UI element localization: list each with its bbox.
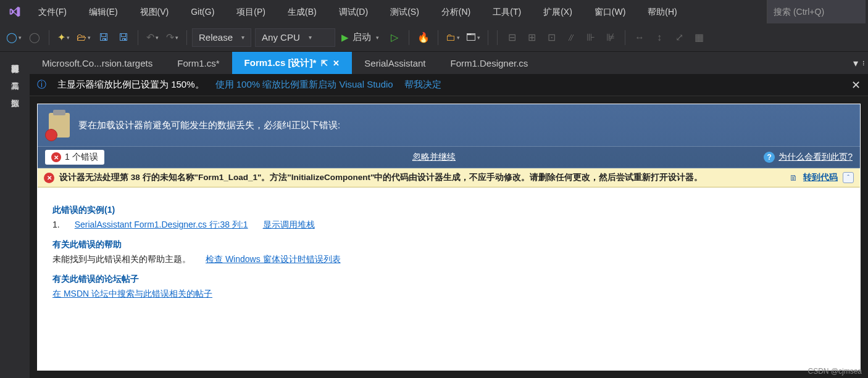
platform-select[interactable]: Any CPU▾ xyxy=(255,28,335,47)
git-publish-button[interactable]: 🗀▾ xyxy=(443,28,462,47)
tab-label: Form1.cs [设计]* xyxy=(244,57,317,69)
help-link[interactable]: 检查 Windows 窗体设计时错误列表 xyxy=(206,254,341,265)
menu-view[interactable]: 视图(V) xyxy=(129,0,180,23)
menubar: 文件(F) 编辑(E) 视图(V) Git(G) 项目(P) 生成(B) 调试(… xyxy=(0,0,868,23)
menu-extensions[interactable]: 扩展(X) xyxy=(532,0,583,23)
align-bot-button: ⊯ xyxy=(601,28,620,47)
menu-test[interactable]: 测试(S) xyxy=(379,0,430,23)
menu-help[interactable]: 帮助(H) xyxy=(636,0,688,23)
hot-reload-button[interactable]: 🔥 xyxy=(414,28,433,47)
toolbar: ◯▾ ◯ ✦▾ 🗁▾ 🖫 🖫 ↶▾ ↷▾ Release▾ Any CPU▾ ▶… xyxy=(0,23,868,52)
error-dot-icon: ✕ xyxy=(51,152,61,162)
pin-icon[interactable]: ⇱ xyxy=(321,59,328,68)
menu-tools[interactable]: 工具(T) xyxy=(482,0,532,23)
grid-icon: ▦ xyxy=(690,28,708,47)
open-button[interactable]: 🗁▾ xyxy=(74,28,93,47)
search-input[interactable]: 搜索 (Ctrl+Q) xyxy=(767,0,866,23)
dpi-infobar: ⓘ 主显示器缩放比例已设置为 150%。 使用 100% 缩放比例重新启动 Vi… xyxy=(30,74,868,96)
start-button[interactable]: ▶启动▾ xyxy=(336,31,384,43)
tabs-menu-icon[interactable]: ⫶ xyxy=(862,59,866,67)
tab-form1-designer-cs[interactable]: Form1.Designer.cs xyxy=(438,52,541,74)
goto-code-link[interactable]: 转到代码 xyxy=(803,172,838,183)
tabs-overflow-icon[interactable]: ▾ xyxy=(853,57,858,69)
error-summary-bar: ✕ 设计器无法处理第 38 行的未知名称"Form1_Load_1"。方法"In… xyxy=(38,168,860,187)
align-top-button: ⫽ xyxy=(562,28,580,47)
rail-toolbox[interactable]: 工具箱 xyxy=(6,69,23,83)
rail-server-explorer[interactable]: 服务器资源管理器 xyxy=(6,52,23,65)
menu-window[interactable]: 窗口(W) xyxy=(583,0,637,23)
info-icon: ⓘ xyxy=(37,79,46,91)
help-icon: ? xyxy=(764,152,775,163)
tab-form1-design[interactable]: Form1.cs [设计]* ⇱ ✕ xyxy=(232,52,353,74)
instances-heading: 此错误的实例(1) xyxy=(52,205,845,216)
watermark: CSDN @cjmsea xyxy=(807,367,862,376)
forum-heading: 有关此错误的论坛帖子 xyxy=(52,274,845,285)
rail-datasource[interactable]: 数据源 xyxy=(6,86,23,100)
close-icon[interactable]: ✕ xyxy=(333,59,340,68)
align-right-button: ⊡ xyxy=(542,28,561,47)
expand-icon: ⤢ xyxy=(670,28,688,47)
infobar-text: 主显示器缩放比例已设置为 150%。 xyxy=(57,79,204,91)
goto-code-icon: 🗎 xyxy=(790,173,798,183)
menu-build[interactable]: 生成(B) xyxy=(277,0,328,23)
redo-button: ↷▾ xyxy=(163,28,182,47)
menu-edit[interactable]: 编辑(E) xyxy=(78,0,129,23)
why-link[interactable]: 为什么会看到此页? xyxy=(778,152,853,163)
tab-form1-cs[interactable]: Form1.cs* xyxy=(165,52,232,74)
document-tabs: Microsoft.Co...rsion.targets Form1.cs* F… xyxy=(30,52,868,74)
align-left-button: ⊟ xyxy=(503,28,521,47)
clipboard-error-icon xyxy=(49,113,70,138)
nav-fwd-button: ◯ xyxy=(25,28,44,47)
config-select[interactable]: Release▾ xyxy=(192,28,251,47)
menu-git[interactable]: Git(G) xyxy=(180,0,225,23)
menu-file[interactable]: 文件(F) xyxy=(27,0,78,23)
undo-button: ↶▾ xyxy=(143,28,162,47)
live-share-button[interactable]: 🗔▾ xyxy=(464,28,483,47)
callstack-link[interactable]: 显示调用堆栈 xyxy=(263,220,315,231)
infobar-restart-link[interactable]: 使用 100% 缩放比例重新启动 Visual Studio xyxy=(215,79,393,91)
align-mid-button: ⊪ xyxy=(582,28,600,47)
infobar-close-icon[interactable]: ✕ xyxy=(851,78,861,92)
hspace-button: ↔ xyxy=(630,28,649,47)
save-button[interactable]: 🖫 xyxy=(94,28,113,47)
vspace-button: ↕ xyxy=(650,28,669,47)
save-all-button[interactable]: 🖫 xyxy=(114,28,133,47)
collapse-up-button[interactable]: ˆ xyxy=(843,172,854,183)
help-text: 未能找到与此错误相关的帮助主题。 xyxy=(52,254,191,265)
instance-number: 1. xyxy=(52,220,60,229)
instance-link[interactable]: SerialAssistant Form1.Designer.cs 行:38 列… xyxy=(75,220,248,231)
menu-debug[interactable]: 调试(D) xyxy=(328,0,379,23)
error-dot-icon: ✕ xyxy=(44,173,54,183)
designer-error-panel: 要在加载设计器前避免可能发生的数据丢失，必须纠正以下错误: ✕ 1 个错误 忽略… xyxy=(37,104,861,371)
designer-headline: 要在加载设计器前避免可能发生的数据丢失，必须纠正以下错误: xyxy=(78,120,340,131)
ignore-continue-link[interactable]: 忽略并继续 xyxy=(104,152,764,163)
error-message: 设计器无法处理第 38 行的未知名称"Form1_Load_1"。方法"Init… xyxy=(59,172,785,183)
start-no-debug-button[interactable]: ▷ xyxy=(385,28,404,47)
tab-microsoft-targets[interactable]: Microsoft.Co...rsion.targets xyxy=(30,52,165,74)
error-count-pill[interactable]: ✕ 1 个错误 xyxy=(45,150,104,165)
align-center-button: ⊞ xyxy=(522,28,541,47)
new-item-button[interactable]: ✦▾ xyxy=(54,28,73,47)
vs-logo-icon xyxy=(9,6,21,18)
left-sidebar: 服务器资源管理器 工具箱 数据源 xyxy=(0,52,30,378)
menu-project[interactable]: 项目(P) xyxy=(225,0,277,23)
infobar-help-link[interactable]: 帮我决定 xyxy=(404,79,441,91)
help-heading: 有关此错误的帮助 xyxy=(52,239,845,250)
tab-serialassistant[interactable]: SerialAssistant xyxy=(352,52,438,74)
nav-back-button[interactable]: ◯▾ xyxy=(4,28,24,47)
vs-logo xyxy=(2,0,27,23)
error-count-text: 1 个错误 xyxy=(65,152,98,163)
menu-analyze[interactable]: 分析(N) xyxy=(430,0,482,23)
forum-link[interactable]: 在 MSDN 论坛中搜索与此错误相关的帖子 xyxy=(52,289,212,298)
